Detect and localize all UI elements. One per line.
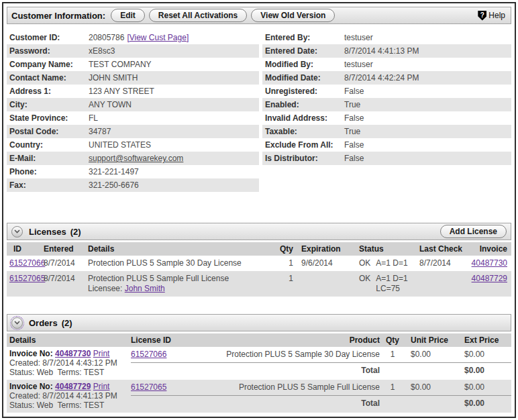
info-row-email: E-Mail: support@softwarekey.com [7,152,259,165]
print-link[interactable]: Print [93,382,110,391]
field-label: Modified Date: [265,73,344,83]
order-invoice-link[interactable]: 40487730 [55,349,91,358]
license-status: OK A=1 D=1 [350,258,411,268]
info-row-enabled: Enabled: True [262,98,511,111]
page: Customer Information: Edit Reset All Act… [2,2,516,418]
license-id-link[interactable]: 61527066 [9,258,45,268]
info-row-taxable: Taxable: True [262,125,511,138]
field-label: Address 1: [9,87,89,96]
field-value: 20805786[View Cust Page] [89,33,189,42]
help-icon: ? [478,11,486,21]
col-header-license-id: License ID [131,335,211,345]
order-invoice-link[interactable]: 40487729 [55,382,91,391]
field-label: Company Name: [9,60,89,69]
order-license-id-link[interactable]: 61527065 [131,382,166,392]
field-value: 321-250-6676 [89,180,139,190]
field-value: 8/7/2014 4:41:13 PM [344,46,419,56]
customer-info: Customer ID: 20805786[View Cust Page] Pa… [7,31,511,192]
view-old-version-button[interactable]: View Old Version [251,9,335,22]
license-status: OK A=1 D=1 LC=75 [350,274,411,294]
field-label: Is Distributor: [265,154,344,163]
info-row-is-distributor: Is Distributor: False [262,152,511,165]
customer-information-toolbar: Customer Information: Edit Reset All Act… [7,7,511,24]
license-qty: 1 [273,258,293,268]
order-product: Protection PLUS 5 Sample Full License [211,382,380,392]
field-value: True [344,100,360,109]
field-label: Entered By: [265,33,344,42]
order-status-terms: Status: Web Terms: TEST [9,368,131,377]
license-id-link[interactable]: 61527065 [9,274,45,283]
total-label: Total [211,399,380,408]
field-value: testuser [344,33,373,42]
info-row-modified-by: Modified By: testuser [262,58,511,71]
field-value: True [344,127,360,136]
help-label: Help [488,11,505,20]
field-value: 34787 [89,127,111,136]
field-value: False [344,113,364,123]
view-cust-page-link[interactable]: View Cust Page [130,33,187,42]
order-details: Invoice No: 40487729 Print Created: 8/7/… [7,382,131,410]
total-label: Total [211,366,380,375]
field-label: Password: [9,46,89,56]
order-status-terms: Status: Web Terms: TEST [9,401,131,410]
field-value: False [344,87,364,96]
field-label: Modified By: [265,60,344,69]
field-value: 123 ANY STREET [89,87,154,96]
field-label: Fax: [9,180,89,190]
order-row: Invoice No: 40487729 Print Created: 8/7/… [7,380,511,413]
field-label: State Province: [9,113,89,123]
help-link[interactable]: ? Help [478,11,505,21]
col-header-expiration: Expiration [293,244,350,254]
col-header-last-check: Last Check [411,244,467,254]
info-row-phone: Phone: 321-221-1497 [7,165,259,178]
order-details: Invoice No: 40487730 Print Created: 8/7/… [7,349,131,377]
field-value: ANY TOWN [89,100,132,109]
info-row-unregistered: Unregistered: False [262,85,511,98]
license-details: Protection PLUS 5 Sample Full License Li… [88,274,273,294]
field-value: UNITED STATES [89,140,151,150]
col-header-id: ID [7,244,44,254]
field-value: False [344,154,364,163]
order-total-row: Total $0.00 [131,362,511,375]
customer-info-right-column: Entered By: testuser Entered Date: 8/7/2… [262,31,511,192]
license-entered: 8/7/2014 [44,258,88,268]
field-label: Phone: [9,167,89,176]
info-row-entered-date: Entered Date: 8/7/2014 4:41:13 PM [262,44,511,58]
order-ext-price: $0.00 [459,350,511,359]
field-label: Contact Name: [9,73,89,83]
licensee-link[interactable]: John Smith [125,284,165,293]
field-label: Postal Code: [9,127,89,136]
edit-button[interactable]: Edit [111,9,145,22]
field-label: Customer ID: [9,33,89,42]
order-total-value: $0.00 [459,399,511,408]
order-qty: 1 [380,350,405,359]
email-link[interactable]: support@softwarekey.com [89,154,183,163]
col-header-details: Details [88,244,273,254]
col-header-product: Product [211,335,380,345]
field-label: Exclude From All: [265,140,344,150]
collapse-orders-icon[interactable] [11,317,23,329]
col-header-invoice: Invoice [467,244,511,254]
license-row: 61527065 8/7/2014 Protection PLUS 5 Samp… [7,271,511,297]
info-row-country: Country: UNITED STATES [7,138,259,152]
field-label: Taxable: [265,127,344,136]
field-label: Unregistered: [265,87,344,96]
info-row-contact-name: Contact Name: JOHN SMITH [7,71,259,85]
info-row-company-name: Company Name: TEST COMPANY [7,58,259,71]
order-unit-price: $0.00 [405,382,459,392]
field-value: FL [89,113,98,123]
order-license-id-link[interactable]: 61527066 [131,350,166,359]
print-link[interactable]: Print [93,349,110,358]
license-row: 61527066 8/7/2014 Protection PLUS 5 Samp… [7,256,511,271]
col-header-qty: Qty [380,335,405,345]
license-invoice-link[interactable]: 40487730 [472,258,507,268]
license-invoice-link[interactable]: 40487729 [472,274,507,283]
order-total-value: $0.00 [459,366,511,375]
field-value: 321-221-1497 [89,167,139,176]
license-last-check: 8/7/2014 [411,258,467,268]
info-row-postal-code: Postal Code: 34787 [7,125,259,138]
reset-all-activations-button[interactable]: Reset All Activations [149,9,247,22]
collapse-licenses-icon[interactable] [11,226,23,238]
add-license-button[interactable]: Add License [440,225,507,238]
col-header-status: Status [350,244,411,254]
